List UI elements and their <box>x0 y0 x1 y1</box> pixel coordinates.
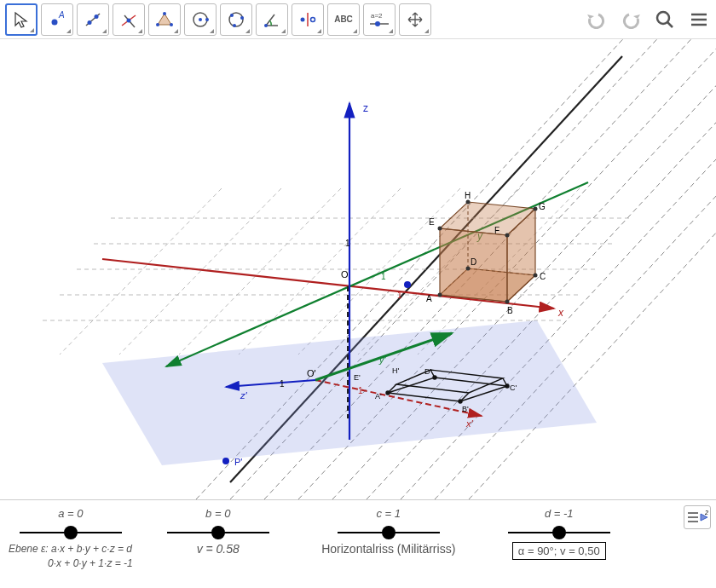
graphics3d-view[interactable]: z x y O 1 1 1 O' x' y' z' 1 1 A B C D E … <box>0 39 716 499</box>
svg-point-79 <box>466 267 471 271</box>
svg-line-61 <box>60 188 222 355</box>
svg-point-9 <box>163 12 166 15</box>
point-tool[interactable]: A <box>41 3 73 36</box>
svg-point-21 <box>301 17 305 21</box>
svg-point-13 <box>199 18 202 21</box>
slider-c[interactable] <box>338 532 440 533</box>
slider-b-block: b = 0 v = 0.58 <box>159 507 278 556</box>
x-tick: 1 <box>397 291 402 300</box>
x-axis-label: x <box>557 307 564 319</box>
x2-axis-label: x' <box>465 418 474 429</box>
polygon-tool[interactable] <box>148 3 181 36</box>
slider-a[interactable] <box>20 532 122 533</box>
svg-point-19 <box>264 24 268 27</box>
origin-label: O <box>341 269 349 280</box>
svg-point-93 <box>433 376 436 379</box>
v-value: v = 0.58 <box>197 542 240 556</box>
z-tick: 1 <box>345 239 350 248</box>
undo-button[interactable] <box>585 8 609 32</box>
svg-point-83 <box>466 200 471 205</box>
perp-tool[interactable] <box>113 3 145 36</box>
svg-point-76 <box>438 293 442 297</box>
slider-b[interactable] <box>167 532 269 533</box>
slider-c-block: c = 1 Horizontalriss (Militärriss) <box>303 507 474 556</box>
circle-tool[interactable] <box>184 3 217 36</box>
svg-point-14 <box>205 18 209 21</box>
point-blue-1[interactable] <box>404 281 411 288</box>
svg-point-90 <box>386 391 390 395</box>
pt-C: C <box>540 272 546 281</box>
pt-D: D <box>471 257 476 267</box>
redo-button[interactable] <box>619 8 643 32</box>
main-toolbar: A ABC a=2 <box>0 0 716 39</box>
ebene-line1: a·x + b·y + c·z = d <box>51 543 132 555</box>
slider-d-block: d = -1 α = 90°; v = 0,50 <box>499 507 619 560</box>
pt-H: H <box>465 191 471 200</box>
pt-E2: E' <box>354 373 361 382</box>
algebra-properties-toggle[interactable]: 2 <box>684 505 711 529</box>
z2-axis-label: z' <box>240 390 248 401</box>
svg-point-17 <box>240 16 244 20</box>
reflect-tool[interactable] <box>292 3 324 36</box>
svg-point-82 <box>534 207 538 211</box>
svg-point-16 <box>230 14 234 17</box>
svg-point-10 <box>170 23 173 26</box>
pt-A2: A' <box>375 392 382 401</box>
svg-point-4 <box>95 14 99 19</box>
pt-D2: D' <box>424 367 431 376</box>
pt-E: E <box>429 217 435 227</box>
algebra-view: a = 0 Ebene ε: a·x + b·y + c·z = d 0·x +… <box>0 499 716 588</box>
svg-text:A: A <box>58 10 65 20</box>
ebene-line2: 0·x + 0·y + 1·z = -1 <box>48 557 133 569</box>
y2-axis-label: y' <box>378 355 387 365</box>
origin2-label: O' <box>307 368 316 378</box>
svg-point-91 <box>459 400 462 403</box>
y-tick: 1 <box>381 272 386 281</box>
svg-line-56 <box>179 188 341 355</box>
pt-F: F <box>494 226 499 235</box>
pt-G: G <box>539 202 546 211</box>
pt-B2: B' <box>462 405 469 413</box>
slider-a-block: a = 0 Ebene ε: a·x + b·y + c·z = d 0·x +… <box>9 507 133 571</box>
svg-point-25 <box>375 21 380 26</box>
svg-point-11 <box>156 23 159 26</box>
svg-point-22 <box>311 17 315 21</box>
angle-tool[interactable] <box>256 3 288 36</box>
svg-point-7 <box>127 18 131 22</box>
svg-point-81 <box>505 233 510 238</box>
svg-text:2: 2 <box>704 510 708 516</box>
line-tool[interactable] <box>77 3 109 36</box>
pan-tool[interactable] <box>399 3 431 36</box>
svg-point-0 <box>52 19 58 25</box>
svg-line-58 <box>298 188 460 355</box>
pt-C2: C' <box>510 383 517 392</box>
x2-tick: 1 <box>358 386 363 395</box>
svg-text:a=2: a=2 <box>371 12 383 20</box>
pt-P-label: P' <box>234 457 242 467</box>
slider-d-label: d = -1 <box>545 507 574 520</box>
pt-A: A <box>426 294 432 303</box>
svg-line-27 <box>667 22 673 27</box>
svg-point-80 <box>438 227 442 231</box>
svg-point-26 <box>657 12 669 24</box>
svg-point-18 <box>233 24 236 27</box>
search-button[interactable] <box>653 8 677 32</box>
svg-line-55 <box>119 188 281 355</box>
menu-button[interactable] <box>687 8 711 32</box>
param-box: α = 90°; v = 0,50 <box>512 542 606 560</box>
text-tool[interactable]: ABC <box>327 3 360 36</box>
projection-name: Horizontalriss (Militärriss) <box>321 542 455 556</box>
pt-B: B <box>507 306 513 315</box>
ellipse-tool[interactable] <box>220 3 252 36</box>
ebene-title: Ebene ε: <box>9 543 49 555</box>
move-tool[interactable] <box>5 3 38 36</box>
svg-line-57 <box>239 188 401 355</box>
slider-d[interactable] <box>508 532 610 533</box>
svg-point-77 <box>505 300 510 304</box>
point-P[interactable] <box>222 458 229 464</box>
svg-point-78 <box>534 274 538 278</box>
slider-b-label: b = 0 <box>205 507 230 520</box>
slider-tool[interactable]: a=2 <box>363 3 396 36</box>
svg-point-92 <box>505 384 509 388</box>
slider-c-label: c = 1 <box>376 507 401 520</box>
